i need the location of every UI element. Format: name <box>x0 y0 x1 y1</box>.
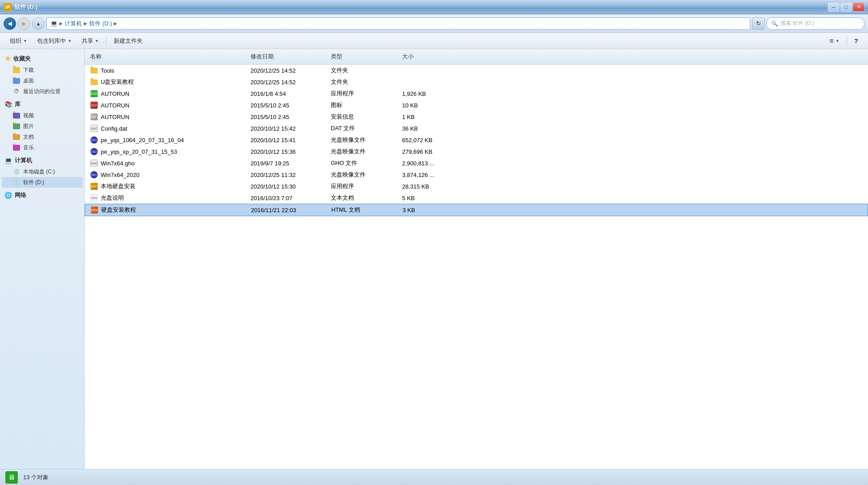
sidebar-section-favorites: ★ 收藏夹 下载 桌面 ⏱ 最近访问的位置 <box>0 53 84 97</box>
sidebar-item-music[interactable]: 音乐 <box>2 142 82 153</box>
breadcrumb-computer[interactable]: 计算机 <box>65 20 82 28</box>
file-row[interactable]: DAT Config.dat 2020/10/12 15:42 DAT 文件 3… <box>85 123 868 134</box>
file-row[interactable]: U盘安装教程 2020/12/25 14:52 文件夹 <box>85 76 868 88</box>
file-name-cell: TXT 光盘说明 <box>85 193 245 203</box>
computer-icon: 💻 <box>4 157 12 164</box>
refresh-button[interactable]: ↻ <box>752 17 765 30</box>
sidebar-item-downloads[interactable]: 下载 <box>2 65 82 75</box>
minimize-button[interactable]: ─ <box>828 3 839 12</box>
htm-icon: HTM <box>91 206 99 214</box>
share-arrow: ▼ <box>95 39 99 43</box>
file-type: 文件夹 <box>325 77 397 87</box>
iso-icon: ISO <box>90 171 98 179</box>
file-size: 28,315 KB <box>397 182 450 191</box>
new-folder-label: 新建文件夹 <box>114 37 143 45</box>
file-modified: 2020/12/25 14:52 <box>245 66 325 75</box>
toolbar-include-library[interactable]: 包含到库中 ▼ <box>33 35 76 47</box>
maximize-button[interactable]: □ <box>840 3 852 12</box>
file-row[interactable]: INF AUTORUN 2015/5/10 2:45 安装信息 1 KB <box>85 111 868 123</box>
sidebar-favorites-header[interactable]: ★ 收藏夹 <box>0 53 84 65</box>
file-row[interactable]: TXT 光盘说明 2016/10/23 7:07 文本文档 5 KB <box>85 192 868 204</box>
video-label: 视频 <box>23 112 34 119</box>
favorites-label: 收藏夹 <box>13 55 31 63</box>
documents-icon <box>12 133 21 141</box>
pictures-icon <box>12 122 21 130</box>
file-name-cell: DAT Config.dat <box>85 123 245 134</box>
iso-icon: ISO <box>90 136 98 144</box>
breadcrumb-arrow-1: ▶ <box>59 21 63 26</box>
titlebar-controls: ─ □ ✕ <box>828 3 864 12</box>
file-type: 光盘映像文件 <box>325 169 397 180</box>
breadcrumb: 💻 ▶ 计算机 ▶ 软件 (D:) ▶ <box>46 17 750 30</box>
titlebar-title: 软件 (D:) <box>14 3 37 11</box>
folder-usb-icon <box>90 78 98 86</box>
toolbar-new-folder[interactable]: 新建文件夹 <box>109 35 147 47</box>
file-size: 1 KB <box>397 112 450 122</box>
sidebar-item-drive-c[interactable]: 💿 本地磁盘 (C:) <box>2 166 82 177</box>
statusbar-icon: 🖥 <box>5 471 18 484</box>
toolbar-view[interactable]: ≡ ▼ <box>825 35 844 47</box>
close-button[interactable]: ✕ <box>853 3 864 12</box>
toolbar-help[interactable]: ? <box>850 35 863 46</box>
file-name-cell: GHO Win7x64.gho <box>85 158 245 169</box>
sidebar-item-pictures[interactable]: 图片 <box>2 121 82 132</box>
desktop-icon <box>12 77 21 85</box>
sidebar-computer-header[interactable]: 💻 计算机 <box>0 155 84 166</box>
iso-icon: ISO <box>90 148 98 156</box>
file-size: 5 KB <box>397 193 450 203</box>
toolbar-divider-2 <box>847 37 847 45</box>
col-size-header[interactable]: 大小 <box>397 51 450 62</box>
col-modified-header[interactable]: 修改日期 <box>245 51 325 62</box>
sidebar-library-header[interactable]: 📚 库 <box>0 99 84 110</box>
file-modified: 2016/11/21 22:03 <box>246 206 326 215</box>
sidebar-section-library: 📚 库 视频 图片 文档 音乐 <box>0 99 84 153</box>
sidebar-item-desktop[interactable]: 桌面 <box>2 75 82 86</box>
sidebar: ★ 收藏夹 下载 桌面 ⏱ 最近访问的位置 📚 库 <box>0 49 85 469</box>
txt-icon: TXT <box>90 194 98 202</box>
toolbar-share[interactable]: 共享 ▼ <box>77 35 103 47</box>
file-name: AUTORUN <box>101 90 129 97</box>
search-placeholder: 搜索 软件 (D:) <box>781 20 814 27</box>
toolbar-organize[interactable]: 组织 ▼ <box>5 35 32 47</box>
search-bar[interactable]: 🔍 搜索 软件 (D:) <box>766 17 864 30</box>
file-name: 硬盘安装教程 <box>101 206 136 214</box>
forward-button[interactable]: ▶ <box>18 17 30 30</box>
network-label: 网络 <box>15 191 26 199</box>
column-header: 名称 修改日期 类型 大小 <box>85 49 868 65</box>
help-icon: ? <box>854 37 858 45</box>
sidebar-item-video[interactable]: 视频 <box>2 110 82 121</box>
sidebar-item-recent[interactable]: ⏱ 最近访问的位置 <box>2 86 82 97</box>
documents-label: 文档 <box>23 133 34 141</box>
up-button[interactable]: ▲ <box>32 17 45 30</box>
file-row[interactable]: ISO pe_yqs_xp_20_07_31_15_53 2020/10/12 … <box>85 146 868 157</box>
file-modified: 2016/1/8 4:54 <box>245 89 325 99</box>
file-row[interactable]: GHO Win7x64.gho 2019/9/7 19:25 GHO 文件 2,… <box>85 157 868 169</box>
sidebar-item-drive-d[interactable]: 💿 软件 (D:) <box>2 177 82 188</box>
sidebar-network-header[interactable]: 🌐 网络 <box>0 189 84 201</box>
file-row[interactable]: EXE AUTORUN 2016/1/8 4:54 应用程序 1,926 KB <box>85 88 868 99</box>
sidebar-section-network: 🌐 网络 <box>0 189 84 201</box>
file-type: GHO 文件 <box>325 158 397 169</box>
file-row[interactable]: ICO AUTORUN 2015/5/10 2:45 图标 10 KB <box>85 99 868 111</box>
file-row[interactable]: HTM 硬盘安装教程 2016/11/21 22:03 HTML 文档 3 KB <box>85 204 868 216</box>
file-type: 图标 <box>325 100 397 111</box>
statusbar: 🖥 13 个对象 <box>0 469 868 485</box>
back-button[interactable]: ◀ <box>4 17 16 30</box>
file-row[interactable]: Tools 2020/12/25 14:52 文件夹 <box>85 65 868 76</box>
file-row[interactable]: APP 本地硬盘安装 2020/10/12 15:30 应用程序 28,315 … <box>85 181 868 192</box>
file-name: Tools <box>101 67 114 74</box>
statusbar-count: 13 个对象 <box>23 473 49 481</box>
breadcrumb-drive[interactable]: 软件 (D:) <box>89 20 112 28</box>
file-name-cell: HTM 硬盘安装教程 <box>85 205 246 215</box>
file-size: 279,696 KB <box>397 147 450 156</box>
downloads-icon <box>12 66 21 74</box>
col-type-header[interactable]: 类型 <box>325 51 397 62</box>
file-name: AUTORUN <box>101 102 129 109</box>
include-library-label: 包含到库中 <box>37 37 66 45</box>
file-row[interactable]: ISO Win7x64_2020 2020/12/25 11:32 光盘映像文件… <box>85 169 868 181</box>
col-name-header[interactable]: 名称 <box>85 51 245 62</box>
file-row[interactable]: ISO pe_yqs_1064_20_07_31_16_04 2020/10/1… <box>85 134 868 146</box>
file-modified: 2020/10/12 15:41 <box>245 136 325 145</box>
sidebar-item-documents[interactable]: 文档 <box>2 132 82 142</box>
file-modified: 2020/10/12 15:36 <box>245 147 325 156</box>
